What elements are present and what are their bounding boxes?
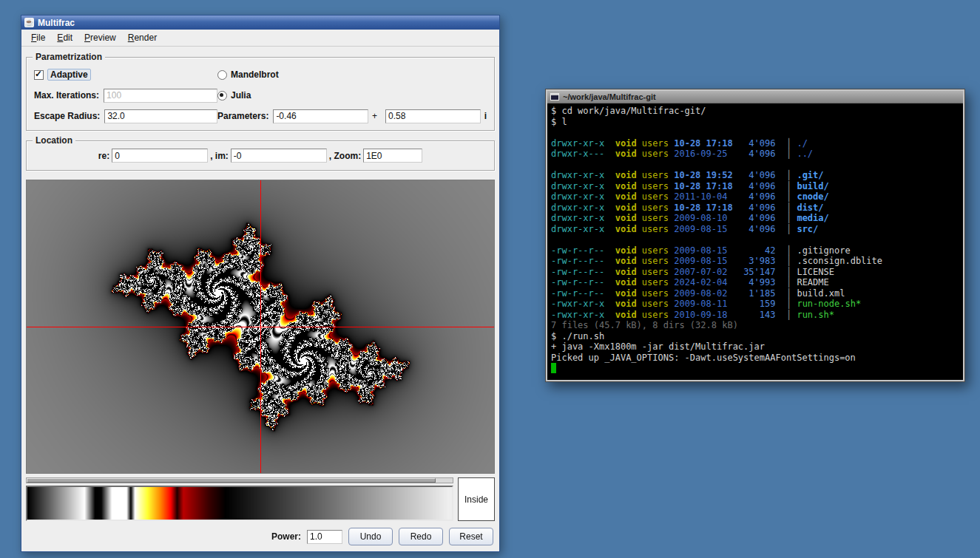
gradient-scrollbar[interactable] [26, 477, 453, 483]
location-im-label: , im: [210, 151, 229, 161]
terminal-line: $ l [551, 117, 959, 128]
imaginary-suffix: i [484, 111, 487, 121]
terminal-line: -rw-r--r-- void users 2007-07-02 35'147 … [551, 267, 959, 278]
parameter-im-input[interactable] [385, 109, 481, 123]
param-row-3: Escape Radius: Parameters: + i [34, 108, 487, 124]
mandelbrot-label: Mandelbrot [231, 69, 279, 80]
terminal-line: drwxr-xr-x void users 2009-08-10 4'096 │… [551, 213, 959, 224]
location-im-input[interactable] [231, 149, 327, 163]
window-title: Multifrac [38, 18, 75, 28]
location-zoom-input[interactable] [363, 149, 422, 163]
gradient-row: Inside [26, 477, 495, 521]
terminal-line: 7 files (45.7 kB), 8 dirs (32.8 kB) [551, 320, 959, 331]
power-input[interactable] [307, 530, 342, 544]
terminal-line: $ cd work/java/Multifrac-git/ [551, 106, 959, 117]
terminal-line: drwxr-xr-x void users 10-28 17:18 4'096 … [551, 138, 959, 149]
inside-label: Inside [464, 494, 488, 505]
terminal-line [551, 234, 959, 245]
radio-selected-icon [217, 91, 227, 101]
menu-edit[interactable]: Edit [52, 31, 78, 44]
reset-button[interactable]: Reset [449, 528, 493, 545]
terminal-line [551, 363, 959, 374]
mandelbrot-radio[interactable]: Mandelbrot [217, 69, 279, 80]
gradient-column [26, 477, 453, 521]
terminal-line [551, 160, 959, 171]
terminal-line: -rwxr-xr-x void users 2010-09-18 143 │ r… [551, 310, 959, 321]
terminal-line: drwxr-xr-x void users 2011-10-04 4'096 │… [551, 191, 959, 203]
parameters-label: Parameters: [217, 111, 268, 121]
terminal-line: -rw-r--r-- void users 2009-08-15 3'983 │… [551, 256, 959, 267]
terminal-line: drwxr-x--- void users 2016-09-25 4'096 │… [551, 149, 959, 160]
location-re-input[interactable] [112, 149, 208, 163]
max-iterations-label: Max. Iterations: [34, 90, 99, 101]
terminal-line: -rw-r--r-- void users 2009-08-15 42 │ .g… [551, 245, 959, 256]
multifrac-body: Parametrization Adaptive Mandelbrot [21, 47, 499, 551]
inside-color-box[interactable]: Inside [458, 477, 495, 521]
menu-preview-mnemonic: P [84, 33, 90, 43]
terminal-line: drwxr-xr-x void users 2009-08-15 4'096 │… [551, 224, 959, 235]
menu-render[interactable]: Render [123, 31, 162, 44]
terminal-titlebar[interactable]: ~/work/java/Multifrac-git [547, 91, 963, 103]
terminal-line: drwxr-xr-x void users 10-28 17:18 4'096 … [551, 203, 959, 214]
fractal-canvas[interactable] [27, 180, 494, 473]
terminal-line: Picked up _JAVA_OPTIONS: -Dawt.useSystem… [551, 353, 959, 364]
terminal-line: drwxr-xr-x void users 10-28 17:18 4'096 … [551, 181, 959, 192]
terminal-icon [550, 93, 559, 101]
terminal-line: -rwxr-xr-x void users 2009-08-11 159 │ r… [551, 299, 959, 310]
max-iterations-input [104, 89, 217, 103]
redo-button[interactable]: Redo [399, 528, 443, 545]
menu-render-label: ender [134, 33, 157, 43]
parameter-re-input[interactable] [273, 109, 368, 123]
plus-sign: + [372, 111, 377, 121]
menubar: File Edit Preview Render [21, 30, 499, 47]
parametrization-group: Parametrization Adaptive Mandelbrot [26, 57, 495, 131]
terminal-title: ~/work/java/Multifrac-git [563, 92, 656, 101]
escape-radius-label: Escape Radius: [34, 111, 100, 121]
param-row-2: Max. Iterations: Julia [34, 87, 487, 103]
gradient-scrollbar-thumb[interactable] [27, 478, 436, 483]
terminal-line: -rw-r--r-- void users 2024-02-04 4'993 │… [551, 277, 959, 288]
adaptive-label: Adaptive [47, 69, 91, 81]
terminal-line: + java -Xmx1800m -jar dist/Multifrac.jar [551, 341, 959, 353]
location-group: Location re: , im: , Zoom: [26, 140, 495, 171]
menu-preview-label: review [90, 33, 116, 43]
escape-radius-input[interactable] [104, 109, 217, 123]
multifrac-titlebar[interactable]: ☕ Multifrac [21, 16, 499, 30]
checkbox-checked-icon [34, 70, 44, 80]
gradient-strip-canvas[interactable] [27, 487, 449, 520]
radio-unselected-icon [217, 70, 227, 80]
menu-file-label: ile [36, 33, 45, 43]
terminal-line: -rw-r--r-- void users 2009-08-02 1'185 │… [551, 288, 959, 299]
terminal-screen[interactable]: $ cd work/java/Multifrac-git/$ l drwxr-x… [547, 103, 963, 380]
terminal-line: drwxr-xr-x void users 10-28 19:52 4'096 … [551, 170, 959, 181]
menu-preview[interactable]: Preview [79, 31, 121, 44]
fractal-viewport [26, 180, 495, 474]
julia-radio[interactable]: Julia [217, 90, 251, 101]
menu-edit-label: dit [63, 33, 72, 43]
undo-button[interactable]: Undo [348, 528, 393, 545]
multifrac-window: ☕ Multifrac File Edit Preview Render Par… [21, 15, 500, 552]
location-zoom-label: , Zoom: [329, 151, 361, 161]
menu-file[interactable]: File [26, 31, 50, 44]
param-row-1: Adaptive Mandelbrot [34, 67, 487, 83]
location-title: Location [33, 135, 75, 146]
julia-label: Julia [231, 90, 251, 101]
java-icon: ☕ [24, 18, 34, 27]
gradient-strip-frame [26, 486, 453, 521]
location-re-label: re: [98, 151, 109, 161]
power-label: Power: [271, 531, 301, 542]
terminal-window: ~/work/java/Multifrac-git $ cd work/java… [545, 89, 965, 382]
parametrization-title: Parametrization [33, 52, 105, 62]
terminal-line: $ ./run.sh [551, 331, 959, 342]
terminal-line [551, 127, 959, 138]
adaptive-checkbox[interactable]: Adaptive [34, 69, 91, 81]
bottom-toolbar: Power: Undo Redo Reset [26, 528, 495, 545]
